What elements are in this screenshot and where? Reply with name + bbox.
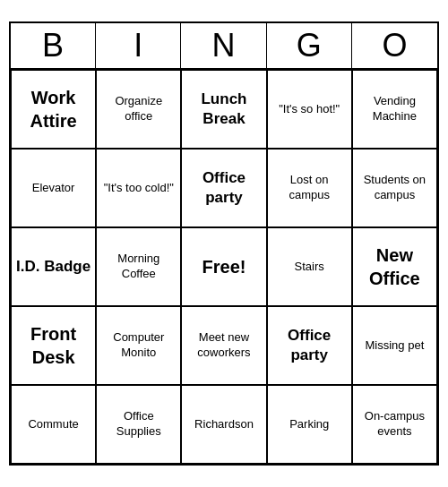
bingo-cell[interactable]: Office party <box>181 149 266 227</box>
bingo-cell[interactable]: Vending Machine <box>352 70 437 149</box>
bingo-cell[interactable]: New Office <box>352 227 437 306</box>
bingo-cell[interactable]: Missing pet <box>352 306 437 385</box>
bingo-cell[interactable]: On-campus events <box>352 385 437 464</box>
bingo-cell[interactable]: Lunch Break <box>181 70 266 149</box>
bingo-cell[interactable]: Richardson <box>181 385 266 464</box>
bingo-cell[interactable]: "It's too cold!" <box>96 149 181 227</box>
bingo-header: B I N G O <box>11 23 437 70</box>
bingo-cell[interactable]: Computer Monito <box>96 306 181 385</box>
bingo-cell[interactable]: Stairs <box>267 227 352 306</box>
bingo-grid: Work AttireOrganize officeLunch Break"It… <box>11 70 437 464</box>
bingo-cell[interactable]: Office party <box>267 306 352 385</box>
bingo-cell[interactable]: Parking <box>267 385 352 464</box>
bingo-cell[interactable]: Commute <box>11 385 96 464</box>
bingo-cell[interactable]: Office Supplies <box>96 385 181 464</box>
letter-i: I <box>96 23 181 68</box>
letter-n: N <box>181 23 266 68</box>
letter-g: G <box>267 23 352 68</box>
bingo-cell[interactable]: Free! <box>181 227 266 306</box>
bingo-cell[interactable]: "It's so hot!" <box>267 70 352 149</box>
bingo-cell[interactable]: Work Attire <box>11 70 96 149</box>
bingo-cell[interactable]: Lost on campus <box>267 149 352 227</box>
bingo-cell[interactable]: Elevator <box>11 149 96 227</box>
bingo-cell[interactable]: Morning Coffee <box>96 227 181 306</box>
bingo-card: B I N G O Work AttireOrganize officeLunc… <box>9 21 439 466</box>
letter-o: O <box>352 23 437 68</box>
bingo-cell[interactable]: Front Desk <box>11 306 96 385</box>
bingo-cell[interactable]: I.D. Badge <box>11 227 96 306</box>
bingo-cell[interactable]: Meet new coworkers <box>181 306 266 385</box>
letter-b: B <box>11 23 96 68</box>
bingo-cell[interactable]: Students on campus <box>352 149 437 227</box>
bingo-cell[interactable]: Organize office <box>96 70 181 149</box>
